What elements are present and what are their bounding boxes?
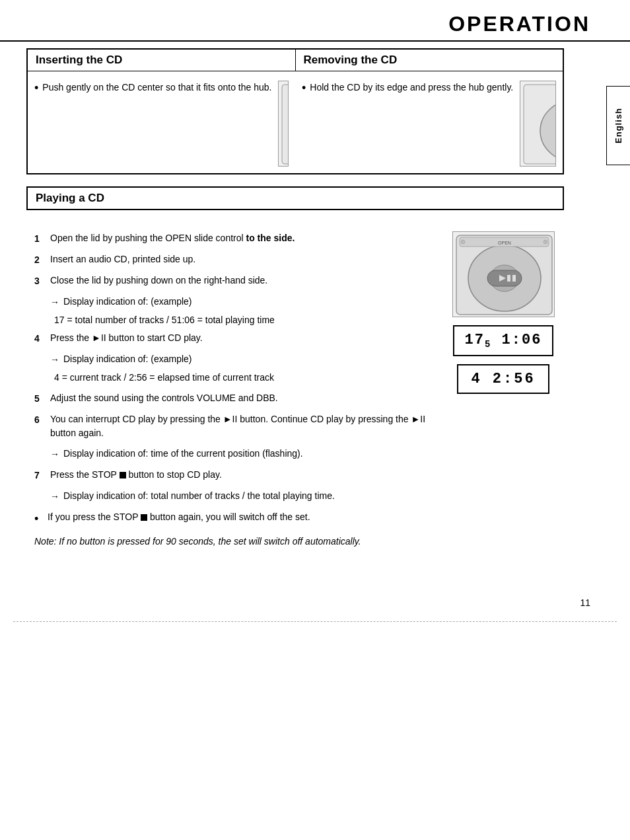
- step-7-arrow-text: Display indication of: total number of t…: [63, 489, 335, 503]
- step-4-number: 4: [34, 331, 45, 346]
- svg-point-24: [461, 240, 465, 244]
- svg-rect-20: [507, 275, 510, 282]
- stop-icon-2: [141, 514, 147, 521]
- playing-section: Playing a CD: [26, 186, 564, 210]
- arrow-sym-6: →: [50, 489, 59, 504]
- bullet-sym3: •: [34, 510, 44, 528]
- step-6-arrow-text: Display indication of: time of the curre…: [63, 447, 303, 461]
- step-6-content: You can interrupt CD play by pressing th…: [50, 412, 437, 440]
- bullet-sym: •: [34, 81, 38, 96]
- step-4-content: Press the ►II button to start CD play.: [50, 331, 437, 346]
- step-2: 2 Insert an audio CD, printed side up.: [34, 252, 437, 267]
- insert-instruction: Push gently on the CD center so that it …: [42, 81, 271, 95]
- section-header-row: Inserting the CD Removing the CD: [28, 50, 563, 71]
- step-5-number: 5: [34, 391, 45, 406]
- step-1: 1 Open the lid by pushing the OPEN slide…: [34, 231, 437, 246]
- playing-layout: 1 Open the lid by pushing the OPEN slide…: [34, 231, 556, 555]
- step-2-content: Insert an audio CD, printed side up.: [50, 252, 437, 267]
- sidebar-language-label: English: [606, 86, 630, 165]
- step-4-arrow-2: 4 = current track / 2:56 = elapsed time …: [50, 371, 437, 385]
- step-6-number: 6: [34, 412, 45, 440]
- step-7-number: 7: [34, 468, 45, 482]
- insert-section: • Push gently on the CD center so that i…: [28, 81, 295, 167]
- header: OPERATION: [0, 0, 630, 42]
- step-3-arrow-1: → Display indication of: (example): [50, 295, 437, 309]
- bottom-border: [13, 621, 617, 622]
- step-3-content: Close the lid by pushing down on the rig…: [50, 274, 437, 288]
- arrow-sym-1: →: [50, 295, 59, 309]
- bullet-note: • If you press the STOP button again, yo…: [34, 510, 437, 528]
- main-content: Inserting the CD Removing the CD • Push …: [0, 42, 604, 578]
- step-4-arrow-text2: 4 = current track / 2:56 = elapsed time …: [54, 371, 274, 385]
- cd-player-top-illustration: OPEN: [452, 231, 555, 317]
- note-text: Note: If no button is pressed for 90 sec…: [34, 535, 437, 549]
- step-7: 7 Press the STOP button to stop CD play.: [34, 468, 437, 482]
- svg-rect-0: [282, 85, 289, 164]
- step-2-number: 2: [34, 252, 45, 267]
- step-5-content: Adjust the sound using the controls VOLU…: [50, 391, 437, 406]
- step-3: 3 Close the lid by pushing down on the r…: [34, 274, 437, 288]
- bullet-note-text: If you press the STOP button again, you …: [48, 510, 437, 528]
- insert-bullet: • Push gently on the CD center so that i…: [34, 81, 271, 96]
- step-6: 6 You can interrupt CD play by pressing …: [34, 412, 437, 440]
- page-container: OPERATION English Inserting the CD Remov…: [0, 0, 630, 840]
- svg-rect-21: [512, 275, 516, 282]
- step-6-arrow: → Display indication of: time of the cur…: [50, 447, 437, 461]
- display-box-2: 4 2:56: [457, 364, 549, 394]
- cd-remove-illustration: )): [520, 81, 556, 167]
- remove-bullet: • Hold the CD by its edge and press the …: [302, 81, 513, 96]
- display-box-1: 175 1:06: [453, 325, 554, 356]
- step-1-content: Open the lid by pushing the OPEN slide c…: [50, 231, 437, 246]
- step-1-number: 1: [34, 231, 45, 246]
- insert-remove-content: • Push gently on the CD center so that i…: [28, 71, 563, 173]
- arrow-sym-3: →: [50, 352, 59, 367]
- stop-icon-1: [120, 472, 126, 478]
- arrow-sym-5: →: [50, 447, 59, 461]
- svg-text:OPEN: OPEN: [498, 241, 511, 245]
- step-7-content: Press the STOP button to stop CD play.: [50, 468, 437, 482]
- inserting-header: Inserting the CD: [28, 50, 296, 71]
- cd-insert-illustration: CD PLAYER: [278, 81, 289, 167]
- playing-images: OPEN 175 1:06 4 2:56: [450, 231, 556, 555]
- remove-instruction: Hold the CD by its edge and press the hu…: [310, 81, 513, 95]
- playing-header: Playing a CD: [28, 188, 563, 209]
- step-7-arrow: → Display indication of: total number of…: [50, 489, 437, 504]
- step-5: 5 Adjust the sound using the controls VO…: [34, 391, 437, 406]
- step-3-arrow-2: 17 = total number of tracks / 51:06 = to…: [50, 313, 437, 327]
- playing-steps: 1 Open the lid by pushing the OPEN slide…: [34, 231, 437, 555]
- page-title: OPERATION: [448, 12, 590, 36]
- page-number: 11: [0, 591, 630, 615]
- insert-remove-section: Inserting the CD Removing the CD • Push …: [26, 48, 564, 174]
- removing-header: Removing the CD: [296, 50, 563, 71]
- language-text: English: [613, 108, 623, 143]
- svg-point-25: [543, 240, 547, 244]
- bullet-sym2: •: [302, 81, 306, 96]
- step-4-arrow-1: → Display indication of: (example): [50, 352, 437, 367]
- step-4-arrow-text: Display indication of: (example): [63, 352, 192, 366]
- remove-text: • Hold the CD by its edge and press the …: [302, 81, 520, 96]
- step-3-arrow-text: Display indication of: (example): [63, 295, 192, 309]
- remove-section: • Hold the CD by its edge and press the …: [295, 81, 563, 167]
- step-3-number: 3: [34, 274, 45, 288]
- playing-content: 1 Open the lid by pushing the OPEN slide…: [26, 222, 564, 564]
- step-3-arrow-text2: 17 = total number of tracks / 51:06 = to…: [54, 313, 275, 327]
- step-4: 4 Press the ►II button to start CD play.: [34, 331, 437, 346]
- insert-text: • Push gently on the CD center so that i…: [34, 81, 278, 96]
